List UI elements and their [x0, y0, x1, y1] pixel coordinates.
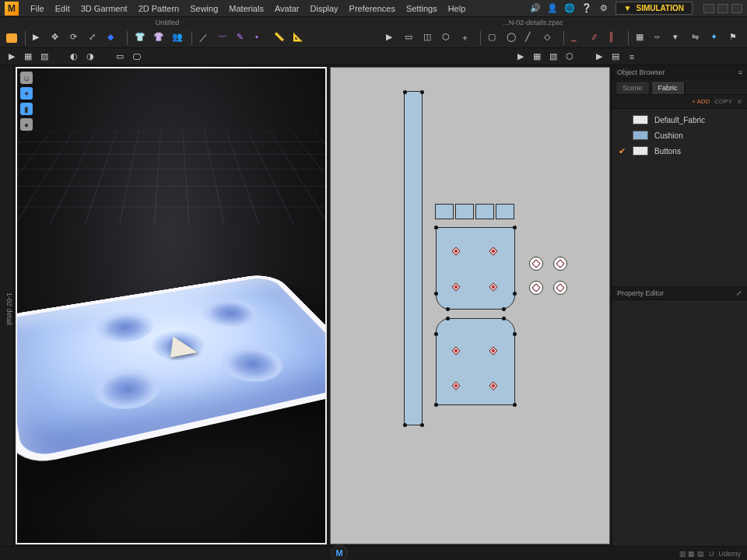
- avatar-sphere-icon[interactable]: ●: [20, 118, 33, 131]
- speaker-icon[interactable]: 🔊: [530, 3, 541, 14]
- avatar-head-icon[interactable]: ☺: [20, 72, 33, 84]
- transform-pattern-icon[interactable]: ◫: [421, 30, 438, 47]
- menu-file[interactable]: File: [25, 0, 50, 17]
- cursor-2d-icon[interactable]: ▶: [514, 50, 528, 64]
- grid-icon[interactable]: ▦: [633, 30, 651, 47]
- delete-fabric-button[interactable]: ⨯: [737, 98, 742, 105]
- check-icon[interactable]: ✔: [617, 146, 626, 156]
- avatar-hair-icon[interactable]: ✦: [20, 87, 33, 100]
- play-icon[interactable]: ▶: [384, 30, 401, 47]
- measure-tool-icon[interactable]: 📐: [290, 30, 307, 47]
- scale-tool-icon[interactable]: ⤢: [86, 30, 103, 47]
- pattern-bottom-panel[interactable]: [436, 318, 515, 405]
- grid-2d-icon[interactable]: ▦: [530, 50, 544, 64]
- menu-preferences[interactable]: Preferences: [344, 0, 401, 17]
- pattern-tab[interactable]: [496, 204, 514, 219]
- free-sew-icon[interactable]: ⫽: [587, 30, 605, 47]
- menu-3d-garment[interactable]: 3D Garment: [75, 0, 133, 17]
- dart-tool-icon[interactable]: ◇: [542, 30, 559, 47]
- window-min-button[interactable]: [703, 4, 714, 13]
- render-mode-icon[interactable]: ▭: [113, 50, 127, 64]
- seam-tool-icon[interactable]: ⎯: [569, 30, 586, 47]
- settings-gear-icon[interactable]: ⚙: [598, 3, 609, 14]
- toggle-b-icon[interactable]: ◑: [83, 50, 97, 64]
- help-icon[interactable]: ❔: [581, 3, 592, 14]
- tab-scene[interactable]: Scene: [615, 81, 650, 94]
- monitor-icon[interactable]: 🖵: [129, 50, 143, 64]
- toggle-a-icon[interactable]: ◐: [67, 50, 81, 64]
- window-close-button[interactable]: [731, 4, 742, 13]
- pattern-tab[interactable]: [435, 204, 454, 219]
- edit-pattern-icon[interactable]: ▭: [402, 30, 419, 47]
- menu-display[interactable]: Display: [305, 0, 344, 17]
- symmetry-icon[interactable]: ⇋: [689, 30, 707, 47]
- button-pattern[interactable]: [553, 257, 567, 271]
- point-tool-icon[interactable]: •: [253, 30, 270, 47]
- circle-tool-icon[interactable]: ◯: [504, 30, 521, 47]
- simulation-button[interactable]: ▼SIMULATION: [615, 2, 693, 15]
- internal-line-icon[interactable]: ╱: [523, 30, 540, 47]
- menu-materials[interactable]: Materials: [223, 0, 269, 17]
- menu-2d-pattern[interactable]: 2D Pattern: [133, 0, 185, 17]
- tape-tool-icon[interactable]: 📏: [272, 30, 289, 47]
- panel-menu-icon[interactable]: ≡: [738, 68, 742, 76]
- panel-expand-icon[interactable]: ⤢: [736, 289, 742, 297]
- viewport-2d[interactable]: [330, 67, 610, 544]
- viewport-layout-icon[interactable]: ▥ ▦ ▤: [679, 550, 704, 558]
- add-fabric-button[interactable]: + ADD: [692, 98, 710, 105]
- avatar-male-icon[interactable]: 👕: [132, 30, 149, 47]
- show-mesh-icon[interactable]: ▦: [21, 50, 35, 64]
- center-logo-icon[interactable]: M: [331, 544, 348, 560]
- move-tool-icon[interactable]: ✥: [49, 30, 66, 47]
- menu-help[interactable]: Help: [443, 0, 472, 17]
- pattern-tab[interactable]: [455, 204, 474, 219]
- texture-icon[interactable]: ✦: [708, 30, 725, 47]
- menu-edit[interactable]: Edit: [50, 0, 75, 17]
- button-pattern[interactable]: [529, 257, 543, 271]
- menu-settings[interactable]: Settings: [401, 0, 443, 17]
- button-pattern[interactable]: [529, 281, 543, 295]
- line-tool-icon[interactable]: ／: [197, 30, 214, 47]
- show-texture-icon[interactable]: ▧: [37, 50, 51, 64]
- menu-sewing[interactable]: Sewing: [184, 0, 223, 17]
- notch-icon[interactable]: ▾: [671, 30, 688, 47]
- avatar-female-icon[interactable]: 👚: [151, 30, 168, 47]
- fabric-row[interactable]: ✔ Buttons: [612, 143, 747, 159]
- copy-fabric-button[interactable]: COPY: [714, 98, 732, 105]
- snap-icon[interactable]: ⬡: [563, 50, 577, 64]
- hatch-icon[interactable]: ▤: [608, 50, 622, 64]
- curve-tool-icon[interactable]: 〰: [216, 30, 233, 47]
- globe-icon[interactable]: 🌐: [564, 3, 575, 14]
- segment-sew-icon[interactable]: ║: [606, 30, 623, 47]
- finalize-icon[interactable]: ⚑: [727, 30, 744, 47]
- edit-point-icon[interactable]: ⬡: [440, 30, 457, 47]
- rectangle-tool-icon[interactable]: ▢: [486, 30, 503, 47]
- pattern-side-strip[interactable]: [404, 91, 423, 425]
- add-point-icon[interactable]: ＋: [458, 30, 475, 47]
- sync-icon[interactable]: ▶: [592, 50, 606, 64]
- window-max-button[interactable]: [717, 4, 728, 13]
- rotate-tool-icon[interactable]: ⟳: [68, 30, 85, 47]
- fabric-row[interactable]: Default_Fabric: [612, 112, 747, 128]
- menu-avatar[interactable]: Avatar: [269, 0, 305, 17]
- pattern-top-panel[interactable]: [436, 227, 515, 310]
- user-icon[interactable]: 👤: [547, 3, 558, 14]
- gizmo-tool-icon[interactable]: ◆: [105, 30, 122, 47]
- check-icon[interactable]: [617, 115, 626, 124]
- layer-icon[interactable]: ≡: [625, 50, 639, 64]
- viewport-3d[interactable]: ☺ ✦ ▮ ●: [16, 67, 327, 544]
- pattern-tab[interactable]: [475, 204, 494, 219]
- select-tool-icon[interactable]: ▶: [30, 30, 47, 47]
- cursor-icon[interactable]: ▶: [5, 50, 19, 64]
- pen-tool-icon[interactable]: ✎: [234, 30, 251, 47]
- avatar-body-icon[interactable]: ▮: [20, 103, 33, 115]
- tab-fabric[interactable]: Fabric: [651, 81, 685, 94]
- mesh-2d-icon[interactable]: ▧: [546, 50, 560, 64]
- check-icon[interactable]: [617, 131, 626, 140]
- button-pattern[interactable]: [553, 281, 567, 295]
- fold-icon[interactable]: ⎃: [652, 30, 669, 47]
- cushion-3d-mesh[interactable]: [16, 272, 327, 469]
- avatar-show-icon[interactable]: 👥: [170, 30, 187, 47]
- fabric-row[interactable]: Cushion: [612, 128, 747, 143]
- open-file-icon[interactable]: [3, 30, 20, 47]
